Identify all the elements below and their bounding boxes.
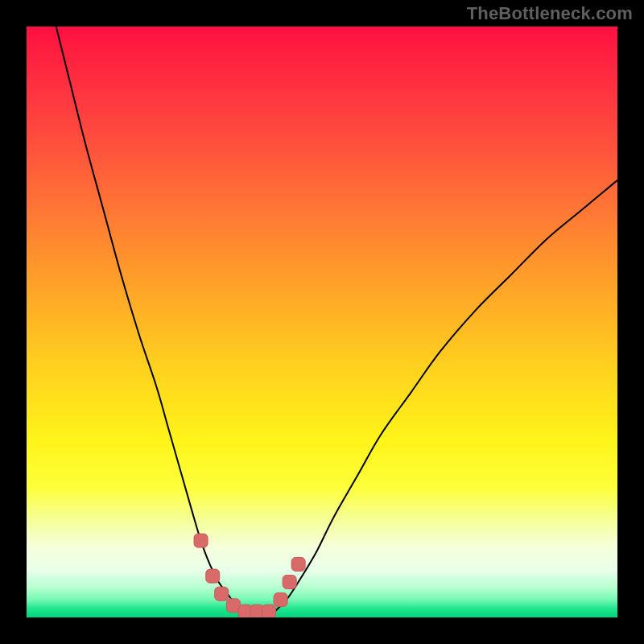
data-point-marker	[262, 605, 275, 617]
plot-area	[27, 27, 617, 617]
chart-frame: TheBottleneck.com	[0, 0, 644, 644]
data-point-marker	[274, 592, 287, 606]
curve-group	[56, 27, 617, 612]
data-point-marker	[215, 587, 229, 601]
chart-svg	[27, 27, 617, 617]
points-overlay	[194, 534, 305, 617]
data-point-marker	[194, 534, 208, 547]
data-point-marker	[291, 557, 305, 571]
data-point-marker	[283, 575, 296, 588]
data-point-marker	[206, 569, 220, 583]
watermark-text: TheBottleneck.com	[467, 3, 633, 24]
left-branch-curve	[56, 27, 246, 612]
right-branch-curve	[275, 180, 617, 612]
